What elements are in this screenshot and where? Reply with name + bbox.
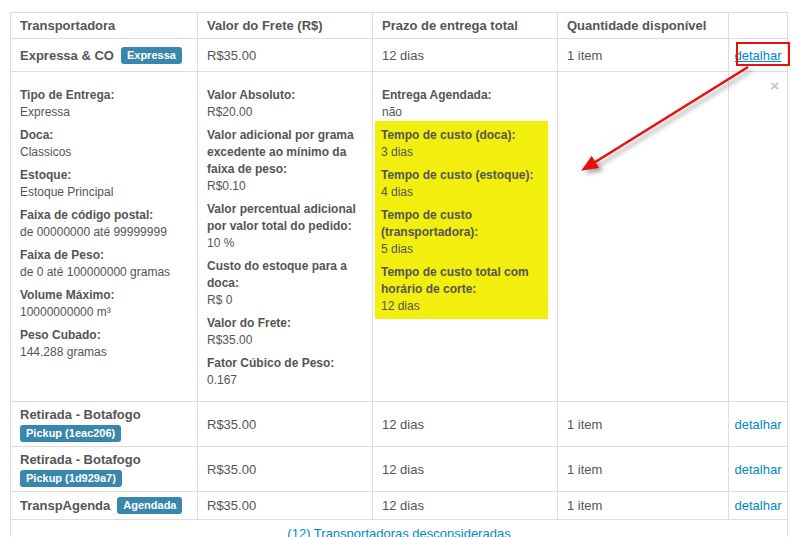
carrier-badge: Agendada: [117, 497, 182, 514]
detalhar-link-retirada-1[interactable]: detalhar: [735, 417, 782, 432]
table-row-transpagenda: TranspAgenda Agendada R$35.00 12 dias 1 …: [11, 491, 787, 519]
shipping-options-table: Transportadora Valor do Frete (R$) Prazo…: [10, 12, 788, 537]
table-row-retirada-2: Retirada - Botafogo Pickup (1d929a7) R$3…: [11, 446, 787, 491]
carrier-name: Retirada - Botafogo: [20, 407, 141, 422]
detail-field-tipo-de-entrega: Tipo de Entrega: Expressa: [20, 87, 193, 121]
delivery-deadline: 12 dias: [372, 492, 557, 519]
detail-field-tempo-custo-doca: Tempo de custo (doca): 3 dias: [381, 127, 548, 161]
delivery-deadline: 12 dias: [372, 402, 557, 446]
highlighted-cost-times: Tempo de custo (doca): 3 dias Tempo de c…: [375, 121, 548, 319]
detalhar-link-transpagenda[interactable]: detalhar: [735, 498, 782, 513]
quantity-available: 1 item: [557, 492, 728, 519]
detail-field-faixa-codigo-postal: Faixa de código postal: de 00000000 até …: [20, 207, 193, 241]
column-header-quantidade: Quantidade disponível: [557, 13, 728, 38]
detail-field-fator-cubico: Fator Cúbico de Peso: 0.167: [207, 355, 368, 389]
detail-field-valor-adicional-grama: Valor adicional por grama excedente ao m…: [207, 127, 368, 195]
detail-column-values: Valor Absoluto: R$20.00 Valor adicional …: [197, 72, 372, 401]
quantity-available: 1 item: [557, 402, 728, 446]
detail-field-entrega-agendada: Entrega Agendada: não: [382, 87, 553, 121]
detail-column-times: Entrega Agendada: não Tempo de custo (do…: [372, 72, 557, 401]
carrier-badge: Pickup (1eac206): [20, 425, 121, 442]
carrier-name: Expressa & CO: [20, 48, 114, 63]
detail-field-custo-estoque-doca: Custo do estoque para a doca: R$ 0: [207, 258, 368, 309]
carrier-badge: Expressa: [121, 47, 182, 64]
detalhar-link-retirada-2[interactable]: detalhar: [735, 462, 782, 477]
table-header-row: Transportadora Valor do Frete (R$) Prazo…: [11, 13, 787, 38]
detail-field-faixa-peso: Faixa de Peso: de 0 até 100000000 gramas: [20, 247, 193, 281]
column-header-valor-frete: Valor do Frete (R$): [197, 13, 372, 38]
column-header-actions: [728, 13, 787, 38]
table-row-retirada-1: Retirada - Botafogo Pickup (1eac206) R$3…: [11, 401, 787, 446]
delivery-deadline: 12 dias: [372, 447, 557, 491]
detail-field-tempo-custo-transportadora: Tempo de custo (transportadora): 5 dias: [381, 207, 548, 258]
table-footer: (12) Transportadoras desconsideradas: [11, 519, 787, 537]
column-header-prazo-entrega: Prazo de entrega total: [372, 13, 557, 38]
detail-field-tempo-custo-estoque: Tempo de custo (estoque): 4 dias: [381, 167, 548, 201]
table-row-expressa-co: Expressa & CO Expressa R$35.00 12 dias 1…: [11, 38, 787, 71]
carrier-badge: Pickup (1d929a7): [20, 470, 122, 487]
column-header-transportadora: Transportadora: [11, 13, 197, 38]
detail-expanded-row: Tipo de Entrega: Expressa Doca: Classico…: [11, 71, 787, 401]
disregarded-carriers-link[interactable]: (12) Transportadoras desconsideradas: [287, 526, 510, 537]
detail-column-empty: [557, 72, 728, 401]
freight-value: R$35.00: [197, 447, 372, 491]
detail-field-valor-percentual: Valor percentual adicional por valor tot…: [207, 201, 368, 252]
detail-column-delivery: Tipo de Entrega: Expressa Doca: Classico…: [11, 72, 197, 401]
quantity-available: 1 item: [557, 447, 728, 491]
detail-field-doca: Doca: Classicos: [20, 127, 193, 161]
detalhar-link-expressa[interactable]: detalhar: [735, 48, 782, 63]
freight-value: R$35.00: [197, 402, 372, 446]
carrier-name: TranspAgenda: [20, 498, 110, 513]
detail-field-valor-absoluto: Valor Absoluto: R$20.00: [207, 87, 368, 121]
delivery-deadline: 12 dias: [372, 39, 557, 71]
detail-field-volume-maximo: Volume Máximo: 10000000000 m³: [20, 287, 193, 321]
detail-field-tempo-custo-total: Tempo de custo total com horário de cort…: [381, 264, 548, 315]
detail-field-peso-cubado: Peso Cubado: 144.288 gramas: [20, 327, 193, 361]
close-icon[interactable]: ×: [770, 79, 779, 93]
carrier-name: Retirada - Botafogo: [20, 452, 141, 467]
freight-value: R$35.00: [197, 39, 372, 71]
detail-field-estoque: Estoque: Estoque Principal: [20, 167, 193, 201]
quantity-available: 1 item: [557, 39, 728, 71]
detail-field-valor-frete: Valor do Frete: R$35.00: [207, 315, 368, 349]
detail-column-close: ×: [728, 72, 787, 401]
freight-value: R$35.00: [197, 492, 372, 519]
